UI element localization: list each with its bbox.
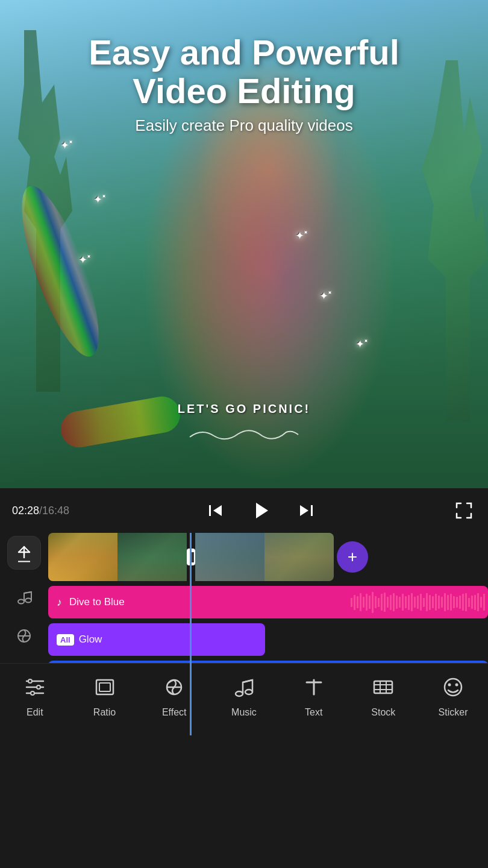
svg-point-42 bbox=[455, 684, 458, 687]
effect-track-row: All Glow bbox=[48, 623, 488, 656]
sparkle-2: ✦ bbox=[93, 193, 105, 205]
gap-icon: ▐ bbox=[187, 549, 195, 565]
svg-line-12 bbox=[24, 592, 31, 593]
effect-icon bbox=[158, 671, 190, 703]
svg-rect-27 bbox=[99, 683, 110, 691]
title-sub: Easily create Pro quality videos bbox=[24, 116, 464, 135]
fullscreen-button[interactable] bbox=[452, 498, 476, 523]
ratio-icon bbox=[89, 671, 121, 703]
sparkle-3: ✦ bbox=[78, 253, 90, 265]
track-gap: ▐ bbox=[187, 533, 195, 581]
svg-marker-4 bbox=[300, 505, 308, 516]
video-signature bbox=[184, 425, 304, 443]
effect-label: Glow bbox=[79, 634, 102, 646]
time-display: 02:28/16:48 bbox=[12, 505, 69, 517]
audio-track-row: ♪ Dive to Blue bbox=[48, 586, 488, 618]
sparkle-4: ✦ bbox=[319, 289, 331, 301]
effect-tool-icon[interactable] bbox=[10, 621, 39, 650]
video-thumb-2 bbox=[117, 533, 187, 581]
svg-point-41 bbox=[448, 684, 451, 687]
svg-point-23 bbox=[28, 679, 32, 683]
toolbar-effect[interactable]: Effect bbox=[144, 671, 204, 718]
video-preview: ✦ ✦ ✦ ✦ ✦ ✦ Easy and PowerfulVideo Editi… bbox=[0, 0, 488, 488]
toolbar-ratio[interactable]: Ratio bbox=[75, 671, 135, 718]
toolbar-edit[interactable]: Edit bbox=[5, 671, 65, 718]
add-media-button[interactable] bbox=[7, 536, 41, 570]
sticker-toolbar-label: Sticker bbox=[439, 707, 468, 718]
svg-rect-35 bbox=[374, 681, 392, 693]
music-label: Music bbox=[231, 707, 257, 718]
editor-area: 02:28/16:48 bbox=[0, 488, 488, 735]
svg-line-32 bbox=[243, 680, 252, 682]
svg-rect-0 bbox=[209, 505, 211, 516]
svg-point-31 bbox=[245, 690, 252, 694]
svg-point-11 bbox=[25, 599, 31, 603]
video-thumb-3 bbox=[195, 533, 264, 581]
total-time: /16:48 bbox=[39, 505, 69, 517]
edit-icon bbox=[19, 671, 51, 703]
effect-badge: All bbox=[57, 634, 74, 646]
sparkle-6: ✦ bbox=[295, 229, 307, 241]
svg-marker-1 bbox=[213, 505, 222, 516]
video-thumb-1 bbox=[48, 533, 117, 581]
title-main: Easy and PowerfulVideo Editing bbox=[24, 33, 464, 110]
toolbar-text[interactable]: Text bbox=[284, 671, 344, 718]
stock-icon bbox=[367, 671, 399, 703]
edit-label: Edit bbox=[27, 707, 43, 718]
svg-point-24 bbox=[37, 685, 40, 689]
text-icon bbox=[298, 671, 330, 703]
toolbar-music[interactable]: Music bbox=[214, 671, 274, 718]
music-icon bbox=[228, 671, 260, 703]
effect-track[interactable]: All Glow bbox=[48, 623, 265, 656]
svg-point-30 bbox=[236, 691, 243, 696]
svg-rect-3 bbox=[311, 505, 313, 516]
playback-controls bbox=[69, 495, 452, 526]
sparkle-5: ✦ bbox=[355, 338, 368, 350]
toolbar-stock[interactable]: Stock bbox=[353, 671, 413, 718]
video-thumb-4 bbox=[264, 533, 334, 581]
video-track-row: ▐ + bbox=[48, 533, 488, 581]
overlay-text: LET'S GO PICNIC! bbox=[178, 402, 311, 415]
current-time: 02:28 bbox=[12, 505, 39, 517]
video-track[interactable]: ▐ bbox=[48, 533, 334, 581]
audio-track[interactable]: ♪ Dive to Blue bbox=[48, 586, 488, 618]
add-track-button[interactable]: + bbox=[337, 541, 368, 573]
audio-tool-icon[interactable] bbox=[10, 583, 39, 612]
svg-marker-2 bbox=[256, 503, 268, 518]
svg-line-7 bbox=[19, 547, 24, 552]
timeline-controls: 02:28/16:48 bbox=[0, 488, 488, 533]
svg-point-25 bbox=[31, 691, 34, 695]
text-label: Text bbox=[305, 707, 322, 718]
stock-label: Stock bbox=[371, 707, 395, 718]
skip-back-button[interactable] bbox=[204, 498, 228, 523]
video-text-overlay: LET'S GO PICNIC! bbox=[178, 402, 311, 416]
bottom-toolbar: Edit Ratio Effe bbox=[0, 663, 488, 735]
sparkle-1: ✦ bbox=[60, 139, 72, 151]
toolbar-sticker[interactable]: Sticker bbox=[423, 671, 483, 718]
waveform-bars bbox=[351, 586, 485, 618]
sticker-icon bbox=[437, 671, 469, 703]
skip-forward-button[interactable] bbox=[294, 498, 318, 523]
play-button[interactable] bbox=[246, 495, 276, 526]
effect-toolbar-label: Effect bbox=[162, 707, 187, 718]
ratio-label: Ratio bbox=[93, 707, 116, 718]
audio-label: Dive to Blue bbox=[69, 596, 125, 608]
svg-point-10 bbox=[18, 600, 24, 604]
svg-line-8 bbox=[24, 547, 30, 552]
video-title: Easy and PowerfulVideo Editing Easily cr… bbox=[0, 33, 488, 135]
